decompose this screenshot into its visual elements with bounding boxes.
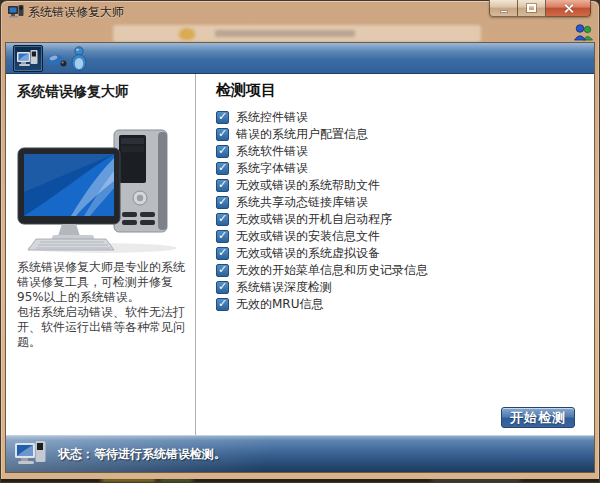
maximize-button[interactable] (518, 0, 546, 17)
check-item-row: ✓ 无效的MRU信息 (216, 298, 428, 311)
checkbox[interactable]: ✓ (216, 281, 229, 294)
right-panel: 检测项目 ✓ 系统控件错误 ✓ 错误的系统用户配置信息 ✓ 系统软件错误 (196, 74, 594, 435)
check-item-label: 系统字体错误 (236, 160, 308, 177)
check-item-row: ✓ 无效或错误的系统帮助文件 (216, 179, 428, 192)
checkbox[interactable]: ✓ (216, 247, 229, 260)
taskbar-blob (431, 479, 521, 482)
status-computer-icon (15, 440, 47, 468)
desktop-computer-image (16, 126, 188, 254)
description-paragraph: 系统错误修复大师是专业的系统错误修复工具，可检测并修复95%以上的系统错误。 (17, 260, 189, 305)
checkmark-icon: ✓ (218, 230, 227, 241)
bottom-frame (1, 473, 599, 482)
minimize-icon (500, 10, 508, 13)
checkbox[interactable]: ✓ (216, 298, 229, 311)
left-panel-title: 系统错误修复大师 (17, 83, 129, 101)
check-item-label: 无效或错误的安装信息文件 (236, 228, 380, 245)
client-area: 系统错误修复大师 (5, 42, 595, 473)
checkmark-icon: ✓ (218, 179, 227, 190)
checkmark-icon: ✓ (218, 128, 227, 139)
checkmark-icon: ✓ (218, 111, 227, 122)
checkmark-icon: ✓ (218, 298, 227, 309)
mouse-icon[interactable] (47, 52, 68, 69)
check-item-row: ✓ 无效或错误的开机自启动程序 (216, 213, 428, 226)
taskbar-blob (101, 479, 156, 482)
check-item-row: ✓ 无效或错误的安装信息文件 (216, 230, 428, 243)
checkbox[interactable]: ✓ (216, 230, 229, 243)
check-item-row: ✓ 错误的系统用户配置信息 (216, 128, 428, 141)
app-computer-icon (8, 5, 24, 19)
ghost-window-icon (179, 28, 195, 40)
check-item-row: ✓ 系统错误深度检测 (216, 281, 428, 294)
check-item-label: 系统软件错误 (236, 143, 308, 160)
check-item-label: 系统共享动态链接库错误 (236, 194, 368, 211)
left-panel-description: 系统错误修复大师是专业的系统错误修复工具，可检测并修复95%以上的系统错误。 包… (17, 260, 189, 350)
toolbar (6, 43, 594, 74)
glass-frame-strip (1, 22, 599, 42)
check-item-label: 无效或错误的系统帮助文件 (236, 177, 380, 194)
check-item-row: ✓ 系统控件错误 (216, 111, 428, 124)
checkbox[interactable]: ✓ (216, 179, 229, 192)
checkmark-icon: ✓ (218, 145, 227, 156)
description-paragraph: 包括系统启动错误、软件无法打开、软件运行出错等各种常见问题。 (17, 305, 189, 350)
start-detection-button[interactable]: 开始检测 (501, 407, 575, 428)
screen: 系统错误修复大师 (0, 0, 600, 483)
check-item-row: ✓ 系统字体错误 (216, 162, 428, 175)
check-item-row: ✓ 系统软件错误 (216, 145, 428, 158)
minimize-button[interactable] (489, 0, 518, 17)
status-bar: 状态：等待进行系统错误检测。 (6, 435, 594, 472)
checkbox[interactable]: ✓ (216, 111, 229, 124)
checkmark-icon: ✓ (218, 213, 227, 224)
checkmark-icon: ✓ (218, 247, 227, 258)
check-item-label: 无效的开始菜单信息和历史记录信息 (236, 262, 428, 279)
assistant-icon[interactable] (70, 46, 88, 71)
check-item-label: 无效的MRU信息 (236, 296, 323, 313)
check-item-row: ✓ 无效或错误的系统虚拟设备 (216, 247, 428, 260)
check-item-label: 错误的系统用户配置信息 (236, 126, 368, 143)
check-item-label: 系统控件错误 (236, 109, 308, 126)
toolbar-button-system-repair[interactable] (13, 45, 43, 72)
checkbox[interactable]: ✓ (216, 145, 229, 158)
titlebar: 系统错误修复大师 (1, 1, 599, 22)
online-support-icon[interactable] (573, 23, 594, 42)
checkbox[interactable]: ✓ (216, 264, 229, 277)
window-title: 系统错误修复大师 (28, 4, 124, 21)
checkbox[interactable]: ✓ (216, 128, 229, 141)
check-item-row: ✓ 系统共享动态链接库错误 (216, 196, 428, 209)
check-item-label: 系统错误深度检测 (236, 279, 332, 296)
checkbox[interactable]: ✓ (216, 213, 229, 226)
check-item-label: 无效或错误的系统虚拟设备 (236, 245, 380, 262)
content-panels: 系统错误修复大师 (6, 74, 594, 435)
taskbar-peek-strip (1, 479, 599, 482)
checkbox[interactable]: ✓ (216, 196, 229, 209)
computer-repair-icon (17, 49, 39, 68)
close-icon (563, 3, 574, 14)
status-text: 状态：等待进行系统错误检测。 (58, 446, 226, 463)
detection-checklist: ✓ 系统控件错误 ✓ 错误的系统用户配置信息 ✓ 系统软件错误 ✓ (216, 111, 428, 315)
check-item-label: 无效或错误的开机自启动程序 (236, 211, 392, 228)
window-controls (489, 0, 591, 17)
checkmark-icon: ✓ (218, 264, 227, 275)
detection-items-heading: 检测项目 (216, 81, 276, 100)
app-window: 系统错误修复大师 (0, 0, 600, 483)
close-button[interactable] (546, 0, 591, 17)
maximize-icon (527, 4, 536, 12)
check-item-row: ✓ 无效的开始菜单信息和历史记录信息 (216, 264, 428, 277)
taskbar-blob (159, 479, 193, 482)
checkmark-icon: ✓ (218, 196, 227, 207)
ghost-window-text (215, 30, 355, 37)
checkmark-icon: ✓ (218, 162, 227, 173)
checkbox[interactable]: ✓ (216, 162, 229, 175)
checkmark-icon: ✓ (218, 281, 227, 292)
left-panel: 系统错误修复大师 (6, 74, 195, 435)
